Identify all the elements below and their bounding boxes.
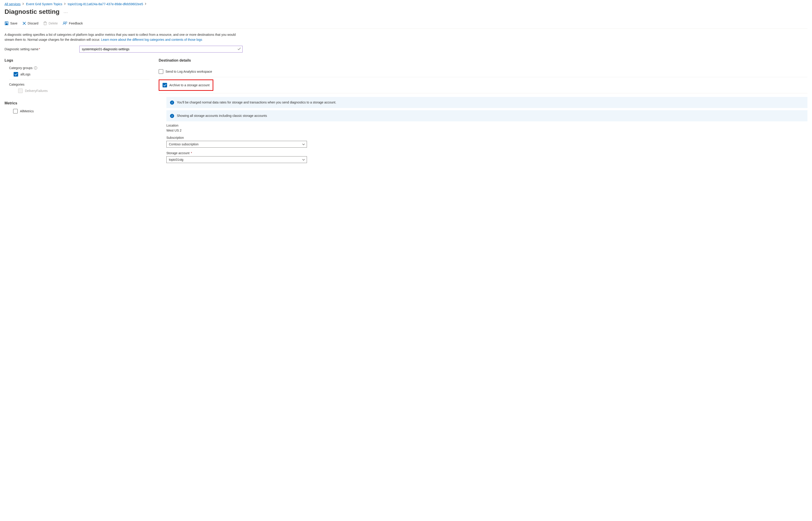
subscription-label: Subscription xyxy=(166,136,808,139)
close-icon xyxy=(22,22,26,25)
all-metrics-label: AllMetrics xyxy=(20,109,34,113)
all-logs-label: allLogs xyxy=(20,72,30,76)
chevron-down-icon xyxy=(302,158,305,161)
required-indicator: * xyxy=(39,47,40,51)
chevron-right-icon xyxy=(64,2,66,6)
delivery-failures-label: DeliveryFailures xyxy=(25,89,48,93)
feedback-label: Feedback xyxy=(69,22,83,25)
description-text: A diagnostic setting specifies a list of… xyxy=(4,32,245,42)
info-text-charges: You'll be charged normal data rates for … xyxy=(177,100,336,105)
location-value: West US 2 xyxy=(166,129,808,132)
breadcrumb-topic[interactable]: topic01stg-811a624a-8a77-437e-89de-dfeb5… xyxy=(68,2,143,6)
svg-point-4 xyxy=(63,22,65,24)
archive-storage-label: Archive to a storage account xyxy=(169,83,210,87)
metrics-heading: Metrics xyxy=(4,101,150,105)
toolbar: Save Discard Delete Feedback xyxy=(4,21,808,29)
subscription-value: Contoso subscription xyxy=(169,142,198,146)
info-icon[interactable]: i xyxy=(34,66,37,69)
all-logs-checkbox[interactable] xyxy=(14,72,18,76)
storage-account-select[interactable]: topic01stg xyxy=(166,156,307,163)
dest-log-analytics-row: Send to Log Analytics workspace xyxy=(159,66,808,77)
info-banner-charges: i You'll be charged normal data rates fo… xyxy=(166,97,808,108)
name-field-label: Diagnostic setting name* xyxy=(4,47,79,51)
save-button[interactable]: Save xyxy=(4,21,18,25)
info-banner-storage-accounts: i Showing all storage accounts including… xyxy=(166,110,808,121)
breadcrumb-all-services[interactable]: All services xyxy=(4,2,21,6)
subscription-select[interactable]: Contoso subscription xyxy=(166,141,307,148)
chevron-down-icon xyxy=(302,142,305,146)
location-label: Location xyxy=(166,123,808,127)
destination-heading: Destination details xyxy=(159,59,808,63)
info-text-storage-accounts: Showing all storage accounts including c… xyxy=(177,113,267,118)
svg-rect-3 xyxy=(44,22,46,25)
send-log-analytics-label: Send to Log Analytics workspace xyxy=(166,70,212,73)
checkmark-icon xyxy=(238,47,241,51)
delivery-failures-checkbox xyxy=(18,89,23,93)
storage-account-value: topic01stg xyxy=(169,158,184,161)
category-groups-label: Category groups i xyxy=(9,66,37,70)
all-metrics-checkbox[interactable] xyxy=(13,109,18,113)
archive-storage-checkbox[interactable] xyxy=(163,83,167,87)
dest-archive-storage-row: Archive to a storage account xyxy=(159,77,808,93)
title-row: Diagnostic setting ··· xyxy=(4,8,808,16)
save-icon xyxy=(4,21,8,25)
send-log-analytics-checkbox[interactable] xyxy=(159,69,163,74)
breadcrumb-event-grid[interactable]: Event Grid System Topics xyxy=(26,2,62,6)
delete-button: Delete xyxy=(43,21,58,25)
page-title: Diagnostic setting xyxy=(4,8,60,16)
save-label: Save xyxy=(10,22,18,25)
discard-label: Discard xyxy=(28,22,38,25)
info-icon: i xyxy=(170,100,174,105)
chevron-right-icon xyxy=(22,2,24,6)
chevron-right-icon xyxy=(145,2,147,6)
diagnostic-name-input[interactable] xyxy=(79,46,242,52)
discard-button[interactable]: Discard xyxy=(22,22,38,25)
storage-account-label: Storage account * xyxy=(166,151,808,155)
breadcrumb: All services Event Grid System Topics to… xyxy=(4,2,808,6)
more-actions-button[interactable]: ··· xyxy=(64,10,68,15)
svg-rect-1 xyxy=(6,22,7,23)
learn-more-link[interactable]: Learn more about the different log categ… xyxy=(101,38,202,41)
feedback-button[interactable]: Feedback xyxy=(63,21,83,25)
required-indicator: * xyxy=(190,151,192,155)
feedback-icon xyxy=(63,21,67,25)
logs-heading: Logs xyxy=(4,59,150,63)
svg-rect-2 xyxy=(6,23,8,25)
divider xyxy=(9,79,150,80)
categories-label: Categories xyxy=(9,83,24,86)
trash-icon xyxy=(43,21,47,25)
archive-highlight-box: Archive to a storage account xyxy=(159,80,213,91)
name-field-row: Diagnostic setting name* xyxy=(4,46,808,52)
info-icon: i xyxy=(170,114,174,118)
delete-label: Delete xyxy=(48,22,58,25)
